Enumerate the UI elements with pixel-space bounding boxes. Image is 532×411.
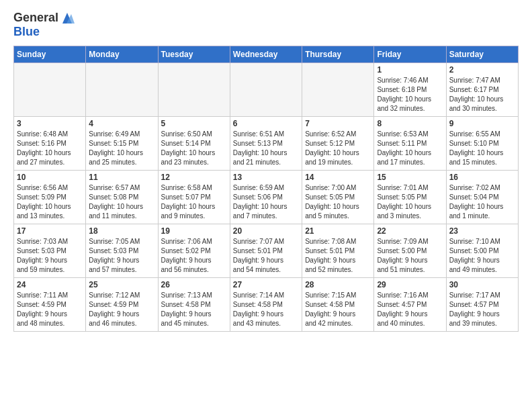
calendar-cell: 2Sunrise: 7:47 AM Sunset: 6:17 PM Daylig… bbox=[446, 63, 518, 117]
day-info: Sunrise: 6:58 AM Sunset: 5:07 PM Dayligh… bbox=[161, 183, 227, 221]
calendar-cell: 23Sunrise: 7:10 AM Sunset: 5:00 PM Dayli… bbox=[446, 224, 518, 278]
day-number: 29 bbox=[377, 280, 443, 289]
calendar: SundayMondayTuesdayWednesdayThursdayFrid… bbox=[13, 46, 519, 332]
calendar-cell: 30Sunrise: 7:17 AM Sunset: 4:57 PM Dayli… bbox=[446, 278, 518, 332]
page: General Blue SundayMondayTuesdayWednesda… bbox=[0, 0, 532, 338]
day-number: 2 bbox=[449, 65, 515, 75]
calendar-cell: 22Sunrise: 7:09 AM Sunset: 5:00 PM Dayli… bbox=[374, 224, 446, 278]
calendar-cell: 12Sunrise: 6:58 AM Sunset: 5:07 PM Dayli… bbox=[158, 171, 230, 224]
day-number: 21 bbox=[305, 226, 371, 236]
logo: General Blue bbox=[13, 11, 75, 39]
day-header-thursday: Thursday bbox=[302, 46, 374, 63]
calendar-cell: 6Sunrise: 6:51 AM Sunset: 5:13 PM Daylig… bbox=[230, 117, 302, 171]
day-info: Sunrise: 6:51 AM Sunset: 5:13 PM Dayligh… bbox=[233, 130, 299, 167]
day-info: Sunrise: 7:10 AM Sunset: 5:00 PM Dayligh… bbox=[449, 237, 515, 275]
day-number: 3 bbox=[17, 119, 83, 128]
day-info: Sunrise: 7:11 AM Sunset: 4:59 PM Dayligh… bbox=[17, 291, 83, 328]
calendar-cell: 7Sunrise: 6:52 AM Sunset: 5:12 PM Daylig… bbox=[302, 117, 374, 171]
day-info: Sunrise: 7:07 AM Sunset: 5:01 PM Dayligh… bbox=[233, 237, 299, 275]
day-info: Sunrise: 7:12 AM Sunset: 4:59 PM Dayligh… bbox=[89, 291, 154, 328]
calendar-cell: 10Sunrise: 6:56 AM Sunset: 5:09 PM Dayli… bbox=[14, 171, 86, 224]
logo-blue-text: Blue bbox=[13, 25, 75, 39]
day-number: 11 bbox=[89, 173, 154, 182]
day-number: 16 bbox=[449, 173, 515, 182]
day-info: Sunrise: 7:09 AM Sunset: 5:00 PM Dayligh… bbox=[377, 237, 443, 275]
day-info: Sunrise: 6:53 AM Sunset: 5:11 PM Dayligh… bbox=[377, 130, 443, 167]
calendar-week-3: 17Sunrise: 7:03 AM Sunset: 5:03 PM Dayli… bbox=[14, 224, 519, 278]
day-info: Sunrise: 7:13 AM Sunset: 4:58 PM Dayligh… bbox=[161, 291, 227, 328]
day-number: 27 bbox=[233, 280, 299, 289]
calendar-cell: 19Sunrise: 7:06 AM Sunset: 5:02 PM Dayli… bbox=[158, 224, 230, 278]
calendar-week-1: 3Sunrise: 6:48 AM Sunset: 5:16 PM Daylig… bbox=[14, 117, 519, 171]
calendar-cell: 5Sunrise: 6:50 AM Sunset: 5:14 PM Daylig… bbox=[158, 117, 230, 171]
day-number: 7 bbox=[305, 119, 371, 128]
day-header-friday: Friday bbox=[374, 46, 446, 63]
day-number: 30 bbox=[449, 280, 515, 289]
day-number: 20 bbox=[233, 226, 299, 236]
day-info: Sunrise: 7:05 AM Sunset: 5:03 PM Dayligh… bbox=[89, 237, 154, 275]
day-number: 13 bbox=[233, 173, 299, 182]
header: General Blue bbox=[13, 11, 519, 39]
day-info: Sunrise: 7:46 AM Sunset: 6:18 PM Dayligh… bbox=[377, 76, 443, 113]
calendar-header-row: SundayMondayTuesdayWednesdayThursdayFrid… bbox=[14, 46, 519, 63]
day-info: Sunrise: 7:02 AM Sunset: 5:04 PM Dayligh… bbox=[449, 183, 515, 221]
day-number: 25 bbox=[89, 280, 154, 289]
calendar-cell: 16Sunrise: 7:02 AM Sunset: 5:04 PM Dayli… bbox=[446, 171, 518, 224]
calendar-cell bbox=[86, 63, 158, 117]
day-header-tuesday: Tuesday bbox=[158, 46, 230, 63]
day-number: 10 bbox=[17, 173, 83, 182]
day-number: 1 bbox=[377, 65, 443, 75]
calendar-week-0: 1Sunrise: 7:46 AM Sunset: 6:18 PM Daylig… bbox=[14, 63, 519, 117]
day-number: 6 bbox=[233, 119, 299, 128]
day-number: 5 bbox=[161, 119, 227, 128]
logo-general-text: General bbox=[13, 11, 58, 25]
day-number: 4 bbox=[89, 119, 154, 128]
calendar-cell: 17Sunrise: 7:03 AM Sunset: 5:03 PM Dayli… bbox=[14, 224, 86, 278]
day-info: Sunrise: 7:16 AM Sunset: 4:57 PM Dayligh… bbox=[377, 291, 443, 328]
day-info: Sunrise: 7:06 AM Sunset: 5:02 PM Dayligh… bbox=[161, 237, 227, 275]
day-info: Sunrise: 6:57 AM Sunset: 5:08 PM Dayligh… bbox=[89, 183, 154, 221]
calendar-cell: 13Sunrise: 6:59 AM Sunset: 5:06 PM Dayli… bbox=[230, 171, 302, 224]
calendar-cell: 18Sunrise: 7:05 AM Sunset: 5:03 PM Dayli… bbox=[86, 224, 158, 278]
calendar-cell: 4Sunrise: 6:49 AM Sunset: 5:15 PM Daylig… bbox=[86, 117, 158, 171]
day-info: Sunrise: 6:48 AM Sunset: 5:16 PM Dayligh… bbox=[17, 130, 83, 167]
calendar-cell: 29Sunrise: 7:16 AM Sunset: 4:57 PM Dayli… bbox=[374, 278, 446, 332]
calendar-cell: 11Sunrise: 6:57 AM Sunset: 5:08 PM Dayli… bbox=[86, 171, 158, 224]
day-info: Sunrise: 6:56 AM Sunset: 5:09 PM Dayligh… bbox=[17, 183, 83, 221]
day-info: Sunrise: 7:17 AM Sunset: 4:57 PM Dayligh… bbox=[449, 291, 515, 328]
logo-icon bbox=[60, 11, 75, 25]
calendar-cell bbox=[158, 63, 230, 117]
calendar-cell: 14Sunrise: 7:00 AM Sunset: 5:05 PM Dayli… bbox=[302, 171, 374, 224]
day-header-sunday: Sunday bbox=[14, 46, 86, 63]
calendar-cell: 24Sunrise: 7:11 AM Sunset: 4:59 PM Dayli… bbox=[14, 278, 86, 332]
day-info: Sunrise: 6:55 AM Sunset: 5:10 PM Dayligh… bbox=[449, 130, 515, 167]
day-info: Sunrise: 7:01 AM Sunset: 5:05 PM Dayligh… bbox=[377, 183, 443, 221]
day-number: 15 bbox=[377, 173, 443, 182]
day-number: 28 bbox=[305, 280, 371, 289]
day-number: 12 bbox=[161, 173, 227, 182]
calendar-cell: 25Sunrise: 7:12 AM Sunset: 4:59 PM Dayli… bbox=[86, 278, 158, 332]
day-number: 14 bbox=[305, 173, 371, 182]
day-number: 22 bbox=[377, 226, 443, 236]
calendar-cell: 20Sunrise: 7:07 AM Sunset: 5:01 PM Dayli… bbox=[230, 224, 302, 278]
calendar-cell bbox=[14, 63, 86, 117]
calendar-cell: 3Sunrise: 6:48 AM Sunset: 5:16 PM Daylig… bbox=[14, 117, 86, 171]
calendar-cell bbox=[230, 63, 302, 117]
day-number: 24 bbox=[17, 280, 83, 289]
day-info: Sunrise: 6:59 AM Sunset: 5:06 PM Dayligh… bbox=[233, 183, 299, 221]
day-number: 23 bbox=[449, 226, 515, 236]
day-info: Sunrise: 6:50 AM Sunset: 5:14 PM Dayligh… bbox=[161, 130, 227, 167]
calendar-cell: 27Sunrise: 7:14 AM Sunset: 4:58 PM Dayli… bbox=[230, 278, 302, 332]
calendar-cell: 21Sunrise: 7:08 AM Sunset: 5:01 PM Dayli… bbox=[302, 224, 374, 278]
calendar-cell bbox=[302, 63, 374, 117]
day-info: Sunrise: 6:49 AM Sunset: 5:15 PM Dayligh… bbox=[89, 130, 154, 167]
day-number: 9 bbox=[449, 119, 515, 128]
day-info: Sunrise: 7:14 AM Sunset: 4:58 PM Dayligh… bbox=[233, 291, 299, 328]
calendar-cell: 1Sunrise: 7:46 AM Sunset: 6:18 PM Daylig… bbox=[374, 63, 446, 117]
calendar-cell: 8Sunrise: 6:53 AM Sunset: 5:11 PM Daylig… bbox=[374, 117, 446, 171]
day-header-saturday: Saturday bbox=[446, 46, 518, 63]
calendar-cell: 26Sunrise: 7:13 AM Sunset: 4:58 PM Dayli… bbox=[158, 278, 230, 332]
day-number: 17 bbox=[17, 226, 83, 236]
day-info: Sunrise: 7:03 AM Sunset: 5:03 PM Dayligh… bbox=[17, 237, 83, 275]
calendar-cell: 15Sunrise: 7:01 AM Sunset: 5:05 PM Dayli… bbox=[374, 171, 446, 224]
